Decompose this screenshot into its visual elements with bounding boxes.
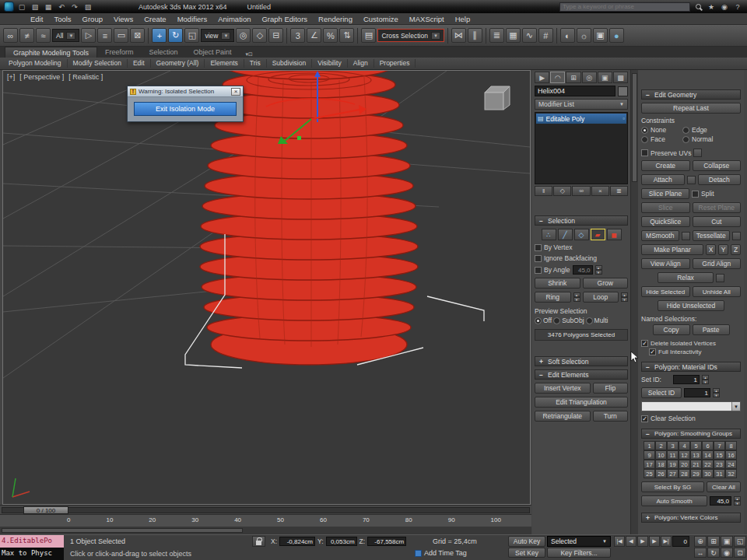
retriangulate-button[interactable]: Retriangulate bbox=[535, 411, 591, 422]
preview-off-radio[interactable] bbox=[535, 317, 542, 324]
detach-button[interactable]: Detach bbox=[698, 174, 742, 185]
viewport-menu-general[interactable]: [+] bbox=[7, 73, 15, 81]
object-name-field[interactable] bbox=[535, 86, 615, 96]
smoothing-group-button-30[interactable]: 31 bbox=[714, 469, 725, 478]
delete-isolated-vertices-checkbox[interactable]: ✓ bbox=[641, 340, 648, 347]
scrollbar-thumb[interactable] bbox=[632, 73, 637, 182]
smoothing-group-button-7[interactable]: 8 bbox=[725, 441, 737, 450]
new-scene-icon[interactable]: ▢ bbox=[16, 2, 27, 12]
element-subobject-button[interactable]: ◼ bbox=[607, 229, 622, 240]
relax-settings-icon[interactable] bbox=[716, 274, 724, 282]
stack-visibility-icon[interactable]: ▫ bbox=[622, 115, 625, 122]
x-coordinate-field[interactable]: -0,824cm bbox=[279, 537, 315, 546]
material-editor-icon[interactable]: ◐ bbox=[560, 28, 575, 43]
orbit-icon[interactable]: ↻ bbox=[707, 548, 720, 558]
ribbon-panel-2[interactable]: Edit bbox=[128, 59, 151, 68]
play-icon[interactable]: ▶ bbox=[637, 536, 648, 547]
ribbon-panel-7[interactable]: Visibility bbox=[312, 59, 348, 68]
relax-button[interactable]: Relax bbox=[658, 272, 714, 283]
graphite-ribbon-toggle-icon[interactable]: ▦ bbox=[506, 28, 521, 43]
smoothing-group-button-2[interactable]: 3 bbox=[667, 441, 679, 450]
percent-snap-icon[interactable]: % bbox=[323, 28, 338, 43]
pin-stack-icon[interactable]: ‖ bbox=[535, 186, 552, 196]
configure-modifier-sets-icon[interactable]: ≣ bbox=[610, 186, 628, 196]
smoothing-group-button-3[interactable]: 4 bbox=[679, 441, 690, 450]
planar-x-button[interactable]: X bbox=[706, 244, 716, 255]
key-mode-dropdown[interactable]: Selected▼ bbox=[547, 536, 611, 547]
soft-selection-rollout-header[interactable]: +Soft Selection bbox=[535, 356, 628, 366]
ribbon-minimize-icon[interactable]: ▾⊡ bbox=[245, 51, 252, 58]
stack-item-editable-poly[interactable]: ▤ Editable Poly ▫ bbox=[536, 114, 626, 124]
shrink-button[interactable]: Shrink bbox=[535, 278, 580, 289]
app-logo-icon[interactable] bbox=[4, 2, 14, 12]
split-checkbox[interactable] bbox=[692, 191, 699, 198]
smoothing-group-button-19[interactable]: 20 bbox=[679, 460, 690, 469]
selection-rollout-header[interactable]: −Selection bbox=[535, 215, 628, 226]
layer-manager-icon[interactable]: ≣ bbox=[489, 28, 504, 43]
select-and-link-icon[interactable]: ∞ bbox=[3, 28, 18, 43]
ribbon-panel-9[interactable]: Properties bbox=[374, 59, 416, 68]
cut-button[interactable]: Cut bbox=[693, 216, 742, 227]
modifier-list-dropdown[interactable]: Modifier List▼ bbox=[535, 99, 628, 110]
menu-item-6[interactable]: Animation bbox=[212, 15, 256, 23]
smoothing-group-button-11[interactable]: 12 bbox=[679, 450, 690, 460]
set-key-button[interactable]: Set Key bbox=[508, 548, 545, 558]
create-tab-icon[interactable]: ▶ bbox=[535, 72, 549, 83]
maxscript-listener-line[interactable]: Max to Physc bbox=[0, 548, 64, 560]
smoothing-group-button-22[interactable]: 23 bbox=[714, 460, 725, 469]
material-ids-rollout-header[interactable]: −Polygon: Material IDs bbox=[641, 362, 741, 372]
smoothing-group-button-4[interactable]: 5 bbox=[690, 441, 702, 450]
y-coordinate-field[interactable]: 0,053cm bbox=[326, 537, 357, 546]
select-id-spinner[interactable]: ▲▼ bbox=[713, 388, 720, 397]
smoothing-group-button-27[interactable]: 28 bbox=[679, 469, 690, 478]
menu-item-3[interactable]: Views bbox=[108, 15, 139, 23]
help-icon[interactable]: ? bbox=[732, 2, 743, 12]
tessellate-settings-icon[interactable] bbox=[732, 232, 741, 240]
ribbon-tab-freeform[interactable]: Freeform bbox=[97, 47, 142, 58]
next-frame-icon[interactable]: ▶ bbox=[649, 536, 660, 547]
unhide-all-button[interactable]: Unhide All bbox=[693, 286, 742, 297]
modify-tab-icon[interactable]: ◠ bbox=[550, 72, 565, 83]
bind-to-spacewarp-icon[interactable]: ≈ bbox=[36, 28, 51, 43]
smoothing-group-button-13[interactable]: 14 bbox=[702, 450, 714, 460]
smoothing-group-button-23[interactable]: 24 bbox=[725, 460, 737, 469]
redo-icon[interactable]: ↷ bbox=[69, 2, 80, 12]
rectangular-selection-region-icon[interactable]: ▭ bbox=[114, 28, 128, 43]
object-color-swatch[interactable] bbox=[618, 86, 628, 96]
time-slider-track[interactable]: 0 / 100 bbox=[0, 505, 531, 514]
auto-smooth-spinner[interactable]: ▲▼ bbox=[734, 496, 741, 506]
remove-modifier-icon[interactable]: × bbox=[591, 186, 609, 196]
smoothing-group-button-0[interactable]: 1 bbox=[644, 441, 655, 450]
smoothing-group-button-25[interactable]: 26 bbox=[655, 469, 667, 478]
repeat-last-button[interactable]: Repeat Last bbox=[641, 103, 741, 114]
pan-icon[interactable]: ↔ bbox=[694, 548, 707, 558]
exit-isolation-mode-button[interactable]: Exit Isolation Mode bbox=[134, 102, 237, 116]
smoothing-groups-rollout-header[interactable]: −Polygon: Smoothing Groups bbox=[641, 429, 741, 439]
utilities-tab-icon[interactable]: ▩ bbox=[613, 72, 628, 83]
maximize-viewport-icon[interactable]: ⊡ bbox=[734, 548, 746, 558]
viewport-menu-pov[interactable]: [ Perspective ] bbox=[19, 73, 64, 81]
zoom-extents-icon[interactable]: ▣ bbox=[721, 536, 733, 547]
snaps-toggle-icon[interactable]: 3 bbox=[290, 28, 305, 43]
rendered-frame-window-icon[interactable]: ▣ bbox=[593, 28, 608, 43]
paste-button[interactable]: Paste bbox=[693, 324, 730, 335]
ribbon-tab-object-paint[interactable]: Object Paint bbox=[185, 47, 239, 58]
constraint-edge-radio[interactable] bbox=[682, 127, 689, 134]
render-setup-icon[interactable]: ☼ bbox=[577, 28, 591, 43]
planar-z-button[interactable]: Z bbox=[731, 244, 741, 255]
hierarchy-tab-icon[interactable]: ⊞ bbox=[566, 72, 580, 83]
menu-item-4[interactable]: Create bbox=[139, 15, 172, 23]
track-bar[interactable]: 0102030405060708090100 bbox=[0, 514, 531, 527]
copy-button[interactable]: Copy bbox=[653, 324, 690, 335]
grid-align-button[interactable]: Grid Align bbox=[693, 258, 742, 269]
slice-plane-button[interactable]: Slice Plane bbox=[641, 188, 689, 199]
show-end-result-icon[interactable]: ◇ bbox=[553, 186, 571, 196]
smoothing-group-button-5[interactable]: 6 bbox=[702, 441, 714, 450]
clear-all-button[interactable]: Clear All bbox=[707, 481, 741, 492]
auto-key-button[interactable]: Auto Key bbox=[508, 536, 545, 547]
grow-button[interactable]: Grow bbox=[583, 278, 629, 289]
border-subobject-button[interactable]: ◇ bbox=[574, 229, 589, 240]
planar-y-button[interactable]: Y bbox=[718, 244, 728, 255]
collapse-button[interactable]: Collapse bbox=[693, 160, 742, 171]
auto-smooth-button[interactable]: Auto Smooth bbox=[641, 495, 707, 506]
